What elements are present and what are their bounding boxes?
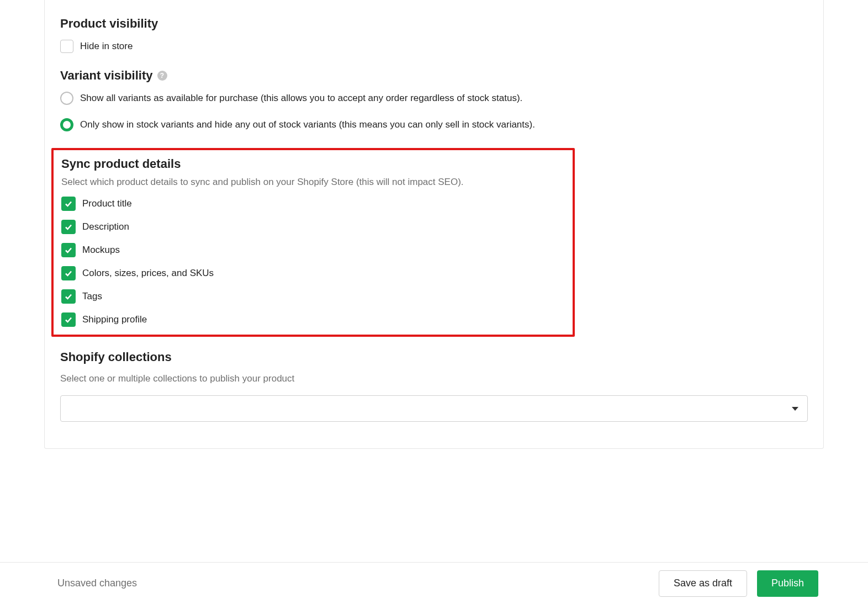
checkbox-checked-icon[interactable]: [61, 220, 76, 234]
sync-item-label: Colors, sizes, prices, and SKUs: [82, 268, 214, 279]
checkbox-checked-icon[interactable]: [61, 197, 76, 211]
sync-description: Select which product details to sync and…: [61, 177, 565, 188]
variant-in-stock-label: Only show in stock variants and hide any…: [80, 119, 535, 130]
variant-show-all-option[interactable]: Show all variants as available for purch…: [60, 92, 808, 105]
help-icon[interactable]: ?: [157, 71, 167, 81]
checkbox-checked-icon[interactable]: [61, 289, 76, 304]
product-visibility-heading-text: Product visibility: [60, 17, 158, 31]
sync-item-label: Mockups: [82, 245, 120, 256]
sync-item-product-title[interactable]: Product title: [61, 197, 565, 211]
checkbox-checked-icon[interactable]: [61, 243, 76, 257]
hide-in-store-option[interactable]: Hide in store: [60, 40, 808, 53]
sync-heading-text: Sync product details: [61, 157, 181, 171]
chevron-down-icon: [792, 407, 798, 411]
hide-in-store-label: Hide in store: [80, 41, 133, 52]
sync-item-label: Description: [82, 221, 129, 232]
publish-button[interactable]: Publish: [757, 570, 818, 597]
variant-visibility-heading: Variant visibility ?: [60, 68, 808, 83]
variant-visibility-heading-text: Variant visibility: [60, 68, 153, 83]
radio-empty-icon[interactable]: [60, 92, 73, 105]
radio-selected-icon[interactable]: [60, 118, 73, 131]
checkbox-empty-icon[interactable]: [60, 40, 73, 53]
sync-item-tags[interactable]: Tags: [61, 289, 565, 304]
sync-item-mockups[interactable]: Mockups: [61, 243, 565, 257]
checkbox-checked-icon[interactable]: [61, 312, 76, 327]
sync-item-label: Shipping profile: [82, 314, 147, 325]
sync-item-label: Product title: [82, 198, 132, 209]
save-as-draft-button[interactable]: Save as draft: [659, 570, 747, 597]
sync-item-colors-sizes[interactable]: Colors, sizes, prices, and SKUs: [61, 266, 565, 280]
product-visibility-heading: Product visibility: [60, 17, 808, 31]
settings-card: Product visibility Hide in store Variant…: [44, 0, 824, 449]
sync-heading: Sync product details: [61, 157, 565, 171]
collections-heading: Shopify collections: [60, 350, 808, 364]
unsaved-changes-status: Unsaved changes: [57, 577, 137, 589]
footer-bar: Unsaved changes Save as draft Publish: [0, 562, 868, 604]
collections-heading-text: Shopify collections: [60, 350, 172, 364]
sync-item-description[interactable]: Description: [61, 220, 565, 234]
variant-show-all-label: Show all variants as available for purch…: [80, 93, 522, 104]
collections-description: Select one or multiple collections to pu…: [60, 373, 808, 384]
collections-dropdown[interactable]: [60, 395, 808, 422]
checkbox-checked-icon[interactable]: [61, 266, 76, 280]
sync-item-label: Tags: [82, 291, 102, 302]
sync-item-shipping-profile[interactable]: Shipping profile: [61, 312, 565, 327]
sync-product-details-section: Sync product details Select which produc…: [51, 148, 575, 337]
variant-in-stock-option[interactable]: Only show in stock variants and hide any…: [60, 118, 808, 131]
